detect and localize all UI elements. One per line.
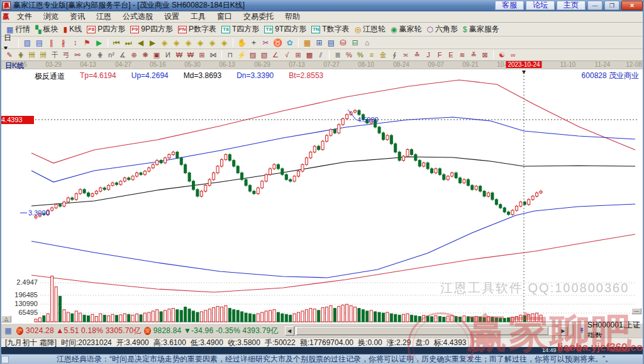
draw-icon-30[interactable]: ≣ [332, 50, 343, 60]
nav-icon-24[interactable]: ♉ [272, 37, 284, 48]
minimize-button[interactable]: — [587, 1, 602, 10]
draw-icon-39[interactable]: F [434, 50, 445, 60]
nav-calculator[interactable]: ⊞ [313, 37, 325, 48]
draw-icon-15[interactable]: ₩ [174, 50, 185, 60]
draw-yinyang[interactable]: ☯ [496, 50, 508, 60]
draw-icon-27[interactable]: ▩ [304, 50, 315, 60]
nav-icon-15[interactable]: ◈ [170, 37, 182, 48]
nav-first[interactable]: ⏮ [111, 37, 123, 48]
scroll-right-button[interactable]: ▶ [558, 326, 568, 336]
toolbar-button-t-table[interactable]: TNT数字表 [309, 23, 352, 35]
draw-icon-13[interactable]: ▣ [151, 50, 162, 60]
nav-icon-2[interactable]: ▧ [21, 37, 33, 48]
draw-icon-31[interactable]: % [343, 50, 355, 60]
draw-icon-32[interactable]: % [355, 50, 366, 60]
scrollbar-thumb[interactable] [296, 327, 549, 335]
nav-icon-8[interactable]: ▶ [93, 37, 105, 48]
nav-period-selector[interactable]: 日 ▾ [4, 37, 16, 48]
draw-icon-24[interactable]: ∠ [270, 50, 281, 60]
nav-icon-5[interactable]: ∦ [57, 37, 69, 48]
market-grid-icon[interactable]: ▦ [4, 326, 12, 335]
toolbar-button-gann-wheel[interactable]: ◎江恩轮 [352, 23, 388, 35]
menu-item-window[interactable]: 窗口 [212, 11, 237, 23]
draw-icon-9[interactable]: n² [106, 50, 117, 60]
menu-item-formula-picker[interactable]: 公式选股 [118, 11, 158, 23]
menu-item-news[interactable]: 资讯 [65, 11, 90, 23]
draw-icon-28[interactable]: ⫽ [315, 50, 326, 60]
toolbar-button-p-table[interactable]: PNP数字表 [175, 23, 219, 35]
draw-icon-38[interactable]: J [423, 50, 434, 60]
draw-icon-43[interactable]: ⊠ [479, 50, 491, 60]
toolbar-button-p9-square[interactable]: P99P四方形 [128, 23, 175, 35]
toolbar-button-t9-square[interactable]: T99T四方形 [262, 23, 309, 35]
nav-crosshair-tool[interactable]: ＋ [248, 37, 260, 48]
toolbar-button-hexagon[interactable]: ⬡六角形 [425, 23, 460, 35]
draw-icon-18[interactable]: ⋈ [208, 50, 219, 60]
draw-icon-5[interactable]: 弓 [60, 50, 72, 60]
scrollbar-track[interactable] [294, 326, 558, 336]
draw-infinity[interactable]: ∞ [508, 50, 519, 60]
maximize-button[interactable]: ❐ [604, 1, 619, 10]
draw-icon-3[interactable]: 卌 [38, 50, 49, 60]
draw-icon-33[interactable]: ≡ [366, 50, 377, 60]
volume-pane-splitter-button[interactable]: — [631, 308, 641, 314]
nav-next[interactable]: ▶ [147, 37, 158, 48]
nav-icon-14[interactable]: ◈ [158, 37, 170, 48]
draw-icon-8[interactable]: ⋕ [94, 50, 106, 60]
nav-icon-31[interactable]: ⊟ [349, 37, 361, 48]
toolbar-button-winner-service[interactable]: $赢家服务 [460, 23, 502, 35]
draw-icon-10[interactable]: ∡ [117, 50, 128, 60]
draw-icon-22[interactable]: ▨ [247, 50, 258, 60]
nav-icon-18[interactable]: ◈ [206, 37, 218, 48]
draw-icon-34[interactable]: 金 [377, 50, 389, 60]
draw-icon-6[interactable]: ⚯ [72, 50, 83, 60]
shenzhen-exchange-icon[interactable]: 深 [144, 327, 151, 335]
expand-triangle-button[interactable]: △ [1, 316, 11, 322]
scroll-left-button[interactable]: ◀ [285, 326, 294, 336]
draw-icon-14[interactable]: И [162, 50, 174, 60]
draw-icon-36[interactable]: ≍ [400, 50, 411, 60]
nav-icon-32[interactable]: ⌂ [361, 37, 373, 48]
menu-item-trade[interactable]: 交易委托 [238, 11, 279, 23]
draw-icon-35[interactable]: ∮ [389, 50, 400, 60]
draw-icon-23[interactable]: ▧ [258, 50, 270, 60]
customer-service-button[interactable]: 客服 [495, 1, 524, 10]
menu-item-tools[interactable]: 工具 [186, 11, 211, 23]
nav-prev[interactable]: ◀ [135, 37, 147, 48]
draw-icon-37[interactable]: ≛ [411, 50, 423, 60]
kline-volume-canvas[interactable]: 4.59803.30002.494719648513099065495 [0, 69, 644, 323]
nav-icon-16[interactable]: ◈ [182, 37, 194, 48]
nav-icon-17[interactable]: ◈ [194, 37, 206, 48]
nav-icon-7[interactable]: ⚑ [81, 37, 93, 48]
draw-icon-0[interactable]: ✎ [4, 50, 15, 60]
menu-item-settings[interactable]: 设置 [159, 11, 184, 23]
nav-icon-23[interactable]: ✂ [260, 37, 272, 48]
close-button[interactable]: ✕ [621, 1, 643, 10]
draw-icon-12[interactable]: ❋ [140, 50, 151, 60]
draw-icon-1[interactable]: ⋕ [15, 50, 26, 60]
draw-icon-20[interactable]: ⊓ [225, 50, 236, 60]
draw-icon-2[interactable]: 卌 [26, 50, 38, 60]
nav-icon-4[interactable]: ∥ [45, 37, 57, 48]
draw-icon-40[interactable]: E [445, 50, 457, 60]
nav-icon-25[interactable]: ✿ [284, 37, 296, 48]
toolbar-button-t-square[interactable]: T8T四方形 [219, 23, 262, 35]
nav-icon-3[interactable]: ▤ [33, 37, 45, 48]
draw-icon-26[interactable]: ⊞ [292, 50, 304, 60]
toolbar-button-kline[interactable]: ▮K线 [61, 23, 85, 35]
draw-icon-42[interactable]: ≚ [468, 50, 479, 60]
draw-icon-7[interactable]: ⊖ [83, 50, 94, 60]
menu-item-help[interactable]: 帮助 [280, 11, 305, 23]
nav-last[interactable]: ⏭ [123, 37, 135, 48]
draw-icon-16[interactable]: ₩ [185, 50, 196, 60]
toolbar-button-winner-wheel[interactable]: ◉赢家轮 [388, 23, 424, 35]
draw-icon-41[interactable]: ≋ [457, 50, 468, 60]
nav-save[interactable]: ⛁ [337, 37, 349, 48]
forum-button[interactable]: 论坛 [526, 1, 555, 10]
toolbar-button-sectors[interactable]: ▚板块 [33, 23, 60, 35]
draw-icon-17[interactable]: ⊞ [196, 50, 208, 60]
draw-icon-21[interactable]: ⚡ [236, 50, 247, 60]
nav-icon-19[interactable]: ◈ [218, 37, 230, 48]
draw-icon-25[interactable]: √ [281, 50, 292, 60]
home-button[interactable]: 主页 [557, 1, 586, 10]
